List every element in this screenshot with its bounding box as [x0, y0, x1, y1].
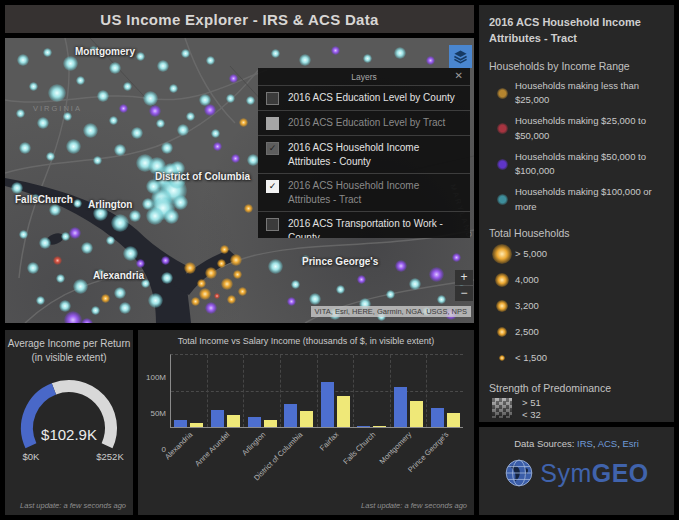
- layer-checkbox[interactable]: ✓: [266, 180, 279, 193]
- income-range-heading: Households by Income Range: [489, 60, 664, 72]
- households-size-label: < 1,500: [515, 351, 547, 365]
- total-households-item: > 5,000: [489, 243, 664, 265]
- households-size-dot-icon: [495, 273, 509, 287]
- income-range-item: Households making $50,000 to $100,000: [489, 150, 664, 179]
- strength-legend: > 51 < 32: [489, 398, 664, 420]
- y-axis-tick: 0: [138, 445, 166, 454]
- bar-chart-panel: Total Income vs Salary Income (thousands…: [138, 330, 474, 515]
- symgeo-wordmark: SymGEO: [540, 459, 649, 488]
- data-sources-label: Data Sources:: [514, 438, 574, 449]
- gauge-title: Average Income per Return (in visible ex…: [5, 337, 133, 364]
- layer-checkbox[interactable]: [266, 92, 279, 105]
- source-link-esri[interactable]: Esri: [622, 438, 638, 449]
- layers-list: 2016 ACS Education Level by County2016 A…: [258, 85, 470, 238]
- income-range-dot-icon: [497, 123, 508, 134]
- layer-label: 2016 ACS Education Level by County: [288, 91, 455, 105]
- map-place-label: District of Columbia: [155, 171, 250, 182]
- total-households-item: 2,500: [489, 321, 664, 343]
- households-size-label: > 5,000: [515, 247, 547, 261]
- zoom-control: + −: [455, 270, 473, 302]
- legend-panel: 2016 ACS Household Income Attributes - T…: [479, 5, 674, 422]
- layer-item[interactable]: 2016 ACS Education Level by Tract: [258, 110, 470, 135]
- income-range-item: Households making $100,000 or more: [489, 185, 664, 214]
- map-view[interactable]: MontgomeryVIRGINIADistrict of ColumbiaFa…: [5, 38, 474, 323]
- households-size-dot-icon: [496, 300, 508, 312]
- layer-item[interactable]: ✓2016 ACS Household Income Attributes - …: [258, 173, 470, 211]
- income-range-label: Households making $100,000 or more: [515, 185, 664, 214]
- layers-panel-title: Layers: [351, 72, 377, 82]
- zoom-in-button[interactable]: +: [455, 270, 473, 285]
- layer-label: 2016 ACS Education Level by Tract: [288, 116, 445, 130]
- map-place-label: Alexandria: [93, 270, 144, 281]
- households-size-dot-icon: [499, 355, 505, 361]
- strength-swatch: [492, 398, 512, 418]
- symgeo-logo: SymGEO: [479, 458, 674, 488]
- y-axis-tick: 100M: [138, 373, 166, 382]
- income-range-legend: Households making less than $25,000House…: [489, 79, 664, 214]
- households-size-dot-icon: [497, 327, 507, 337]
- total-households-item: 3,200: [489, 295, 664, 317]
- y-axis-tick: 50M: [138, 409, 166, 418]
- dashboard: US Income Explorer - IRS & ACS Data: [0, 0, 679, 520]
- layer-item[interactable]: 2016 ACS Education Level by County: [258, 85, 470, 110]
- source-link-irs[interactable]: IRS: [577, 438, 593, 449]
- households-size-label: 4,000: [515, 273, 539, 287]
- bar-chart-axis-labels: AlexandriaAnne ArundelArlingtonDistrict …: [170, 354, 462, 426]
- total-households-item: 4,000: [489, 269, 664, 291]
- layer-label: 2016 ACS Household Income Attributes - T…: [288, 179, 462, 206]
- layer-label: 2016 ACS Household Income Attributes - C…: [288, 141, 462, 168]
- globe-icon: [504, 458, 534, 488]
- strength-top-label: > 51: [522, 398, 541, 408]
- bar-salary-income: [373, 426, 386, 427]
- income-range-dot-icon: [497, 159, 508, 170]
- gauge-value: $102.9K: [5, 426, 133, 443]
- layer-label: 2016 ACS Transportation to Work - County: [288, 217, 462, 238]
- map-place-label: Prince George's: [302, 256, 378, 267]
- gauge-max-label: $252K: [89, 451, 131, 462]
- income-range-label: Households making less than $25,000: [515, 79, 664, 108]
- sources-panel: Data Sources: IRS, ACS, Esri SymGEO: [479, 427, 674, 515]
- households-size-dot-icon: [492, 244, 512, 264]
- map-place-label: Arlington: [88, 199, 132, 210]
- map-place-label: FallsChurch: [15, 194, 73, 205]
- layer-item[interactable]: 2016 ACS Transportation to Work - County: [258, 211, 470, 238]
- layer-checkbox[interactable]: [266, 117, 279, 130]
- income-range-dot-icon: [497, 194, 508, 205]
- households-size-label: 2,500: [515, 325, 539, 339]
- source-link-acs[interactable]: ACS: [598, 438, 618, 449]
- map-place-label: Montgomery: [75, 46, 135, 57]
- income-range-item: Households making $25,000 to $50,000: [489, 114, 664, 143]
- bar-chart-title: Total Income vs Salary Income (thousands…: [138, 336, 474, 346]
- layers-panel: Layers ✕ 2016 ACS Education Level by Cou…: [258, 68, 470, 238]
- strength-heading: Strength of Predominance: [489, 382, 664, 394]
- layers-panel-header: Layers ✕: [258, 68, 470, 85]
- bar-last-update: Last update: a few seconds ago: [361, 501, 467, 510]
- data-sources-line: Data Sources: IRS, ACS, Esri: [479, 438, 674, 449]
- layer-item[interactable]: ✓2016 ACS Household Income Attributes - …: [258, 135, 470, 173]
- page-title: US Income Explorer - IRS & ACS Data: [100, 11, 378, 28]
- income-range-label: Households making $50,000 to $100,000: [515, 150, 664, 179]
- income-range-label: Households making $25,000 to $50,000: [515, 114, 664, 143]
- strength-bottom-label: < 32: [522, 410, 541, 420]
- income-range-item: Households making less than $25,000: [489, 79, 664, 108]
- income-range-dot-icon: [497, 88, 508, 99]
- legend-title: 2016 ACS Household Income Attributes - T…: [489, 15, 664, 47]
- households-size-label: 3,200: [515, 299, 539, 313]
- map-place-label: VIRGINIA: [33, 104, 82, 113]
- zoom-out-button[interactable]: −: [455, 286, 473, 301]
- close-icon[interactable]: ✕: [455, 70, 463, 81]
- layer-checkbox[interactable]: ✓: [266, 142, 279, 155]
- data-source-links: IRS, ACS, Esri: [577, 438, 639, 449]
- total-households-item: < 1,500: [489, 347, 664, 369]
- total-households-heading: Total Households: [489, 227, 664, 239]
- map-attribution: VITA, Esri, HERE, Garmin, NGA, USGS, NPS: [311, 306, 471, 317]
- layer-checkbox[interactable]: [266, 218, 279, 231]
- gauge-min-label: $0K: [13, 451, 49, 462]
- app-header: US Income Explorer - IRS & ACS Data: [5, 5, 474, 33]
- gauge-last-update: Last update: a few seconds ago: [20, 501, 126, 510]
- layers-button[interactable]: [449, 45, 472, 68]
- gauge-panel: Average Income per Return (in visible ex…: [5, 330, 133, 515]
- layers-icon: [453, 49, 468, 64]
- total-households-legend: > 5,0004,0003,2002,500< 1,500: [489, 243, 664, 369]
